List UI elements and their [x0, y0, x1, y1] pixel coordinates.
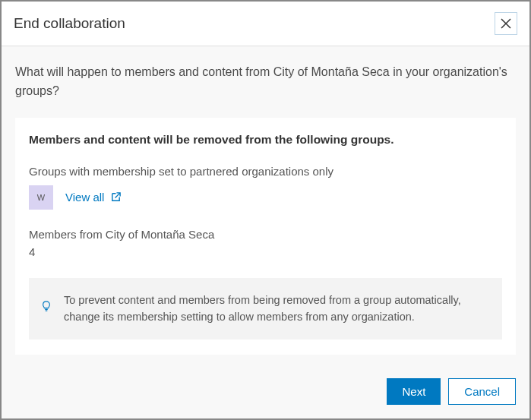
group-avatar: W: [29, 185, 53, 210]
view-all-link[interactable]: View all: [65, 191, 122, 204]
end-collaboration-modal: End collaboration What will happen to me…: [0, 0, 531, 420]
next-button[interactable]: Next: [387, 378, 441, 405]
removal-panel: Members and content will be removed from…: [15, 118, 516, 355]
close-icon: [500, 17, 512, 30]
groups-membership-label: Groups with membership set to partnered …: [29, 165, 502, 178]
members-from-label: Members from City of Montaña Seca: [29, 228, 502, 241]
tip-box: To prevent content and members from bein…: [29, 278, 502, 339]
cancel-button[interactable]: Cancel: [448, 378, 516, 405]
view-all-label: View all: [65, 191, 104, 204]
members-count: 4: [29, 245, 502, 258]
modal-body: What will happen to members and content …: [2, 46, 529, 368]
tip-text: To prevent content and members from bein…: [64, 294, 461, 323]
external-link-icon: [110, 191, 122, 203]
groups-row: W View all: [29, 185, 502, 210]
panel-heading: Members and content will be removed from…: [29, 133, 502, 147]
intro-text: What will happen to members and content …: [15, 63, 516, 101]
modal-title: End collaboration: [14, 15, 125, 32]
lightbulb-icon: [41, 299, 52, 316]
close-button[interactable]: [495, 12, 517, 35]
modal-footer: Next Cancel: [2, 368, 529, 418]
modal-header: End collaboration: [2, 2, 529, 46]
